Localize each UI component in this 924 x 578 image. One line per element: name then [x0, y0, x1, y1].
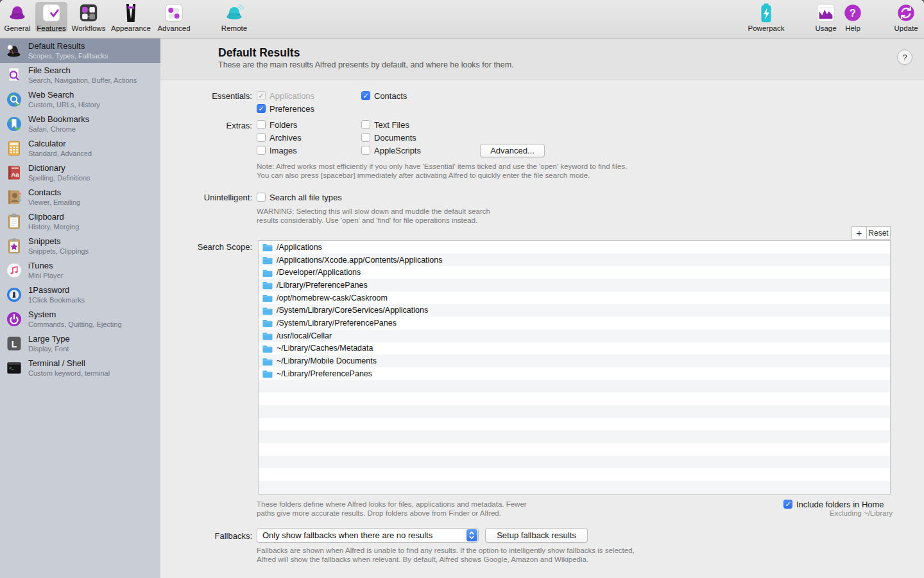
- checkbox-applescripts[interactable]: AppleScripts: [361, 145, 421, 155]
- scope-folder-row[interactable]: /System/Library/CoreServices/Application…: [259, 304, 890, 317]
- checkbox-images[interactable]: Images: [257, 145, 297, 155]
- tuxedo-icon: [120, 2, 142, 24]
- scope-folder-path: /Applications/Xcode.app/Contents/Applica…: [277, 256, 443, 265]
- sidebar-item-clipboard[interactable]: ClipboardHistory, Merging: [0, 209, 160, 234]
- features-checkbox-icon: [40, 2, 62, 24]
- toolbar-item-powerpack[interactable]: Powerpack: [743, 2, 789, 32]
- toolbar-item-features[interactable]: Features: [35, 2, 67, 32]
- search-scope-list[interactable]: /Applications/Applications/Xcode.app/Con…: [258, 240, 891, 495]
- scope-folder-path: ~/Library/Caches/Metadata: [277, 344, 373, 353]
- scope-empty-row: [259, 380, 890, 393]
- sidebar-item-large-type[interactable]: LLarge TypeDisplay, Font: [0, 331, 160, 356]
- scope-empty-row: [259, 405, 890, 418]
- checkbox-contacts[interactable]: Contacts: [361, 91, 407, 101]
- sidebar-item-title: System: [28, 310, 122, 320]
- checkbox-text-files[interactable]: Text Files: [361, 119, 409, 130]
- scope-empty-row: [259, 418, 890, 431]
- checkbox-archives[interactable]: Archives: [257, 132, 302, 143]
- scope-folder-row[interactable]: ~/Library/Mobile Documents: [259, 355, 890, 367]
- itunes-icon: [5, 262, 22, 279]
- checkbox-search-all-file-types[interactable]: Search all file types: [257, 192, 342, 202]
- toggles-icon: [163, 2, 185, 24]
- web-search-icon: [5, 91, 22, 109]
- sidebar-item-file-search[interactable]: File SearchSearch, Navigation, Buffer, A…: [0, 63, 160, 87]
- sidebar-item-system[interactable]: SystemCommands, Quitting, Ejecting: [0, 307, 160, 331]
- checkbox-include-folders-in-home[interactable]: Include folders in Home: [783, 499, 884, 509]
- toolbar-item-usage[interactable]: Usage: [810, 2, 842, 32]
- svg-text:L: L: [11, 339, 17, 349]
- sidebar-item-1password[interactable]: 1Password1Click Bookmarks: [0, 283, 160, 307]
- alfred-hat-icon: [5, 42, 22, 60]
- checkbox-applications[interactable]: Applications: [257, 91, 314, 101]
- scope-folder-path: ~/Library/Mobile Documents: [277, 356, 377, 365]
- sidebar-item-subtitle: Mini Player: [28, 272, 63, 280]
- warning-line2: results considerably. Use 'open' and 'fi…: [257, 216, 477, 225]
- checkbox-preferences[interactable]: Preferences: [257, 103, 314, 114]
- page-subtitle: These are the main results Alfred presen…: [218, 60, 514, 69]
- usage-chart-icon: [815, 2, 837, 24]
- sidebar-item-subtitle: Scopes, Types, Fallbacks: [28, 52, 108, 60]
- toolbar-item-label: Appearance: [111, 24, 151, 32]
- fallbacks-dropdown[interactable]: Only show fallbacks when there are no re…: [257, 528, 479, 543]
- sidebar-item-terminal-shell[interactable]: >_Terminal / ShellCustom keyword, termin…: [0, 356, 160, 380]
- scope-folder-row[interactable]: /Developer/Applications: [259, 266, 890, 279]
- scope-folder-row[interactable]: /Applications: [259, 241, 890, 254]
- fallbacks-description-line1: Fallbacks are shown when Alfred is unabl…: [257, 546, 635, 556]
- sidebar-item-web-search[interactable]: Web SearchCustom, URLs, History: [0, 87, 160, 112]
- checkbox-label: Contacts: [374, 91, 407, 101]
- sidebar-item-calculator[interactable]: CalculatorStandard, Advanced: [0, 136, 160, 161]
- sidebar-item-subtitle: Snippets, Clippings: [28, 247, 89, 256]
- scope-folder-row[interactable]: /usr/local/Cellar: [259, 329, 890, 342]
- toolbar-item-label: General: [4, 24, 31, 32]
- sidebar-item-default-results[interactable]: Default ResultsScopes, Types, Fallbacks: [0, 39, 160, 63]
- scope-folder-row[interactable]: ~/Library/PreferencePanes: [259, 367, 890, 380]
- reset-scope-button[interactable]: Reset: [866, 226, 891, 240]
- scope-folder-path: /usr/local/Cellar: [277, 331, 332, 340]
- scope-folder-row[interactable]: ~/Library/Caches/Metadata: [259, 342, 890, 355]
- checkbox-label: Preferences: [270, 104, 314, 114]
- sidebar-item-dictionary[interactable]: AaDictionarySpelling, Definitions: [0, 161, 160, 185]
- sidebar-item-snippets[interactable]: SnippetsSnippets, Clippings: [0, 234, 160, 258]
- scope-folder-path: /Library/PreferencePanes: [277, 281, 368, 290]
- sidebar-item-subtitle: History, Merging: [28, 223, 79, 231]
- scope-folder-row[interactable]: /System/Library/PreferencePanes: [259, 317, 890, 329]
- setup-fallback-results-button[interactable]: Setup fallback results: [485, 528, 588, 543]
- remote-hat-icon: [223, 2, 245, 24]
- toolbar-item-advanced[interactable]: Advanced: [154, 2, 194, 32]
- sidebar-item-title: Default Results: [28, 42, 108, 51]
- sidebar-item-web-bookmarks[interactable]: Web BookmarksSafari, Chrome: [0, 112, 160, 136]
- checkbox-documents[interactable]: Documents: [361, 132, 416, 143]
- checkbox-label: Images: [270, 146, 297, 155]
- scope-empty-row: [259, 456, 890, 469]
- alfred-preferences-window: GeneralFeaturesWorkflowsAppearanceAdvanc…: [0, 0, 924, 578]
- features-sidebar: Default ResultsScopes, Types, FallbacksF…: [0, 39, 160, 578]
- scope-folder-row[interactable]: /Library/PreferencePanes: [259, 279, 890, 292]
- scope-empty-row: [259, 468, 890, 481]
- scope-empty-row: [259, 392, 890, 405]
- toolbar-item-help[interactable]: ?Help: [839, 2, 866, 32]
- svg-text:>_: >_: [9, 366, 14, 371]
- checkbox-box: [361, 91, 370, 100]
- sidebar-item-contacts[interactable]: ContactsViewer, Emailing: [0, 185, 160, 209]
- snippets-icon: [5, 238, 22, 255]
- advanced-button[interactable]: Advanced...: [480, 144, 545, 157]
- toolbar-item-general[interactable]: General: [1, 2, 33, 32]
- sidebar-item-subtitle: Standard, Advanced: [28, 150, 92, 158]
- checkbox-folders[interactable]: Folders: [257, 119, 297, 130]
- sidebar-item-title: Snippets: [28, 237, 89, 247]
- toolbar-item-update[interactable]: Update: [889, 2, 923, 32]
- toolbar-item-appearance[interactable]: Appearance: [108, 2, 154, 32]
- scope-folder-row[interactable]: /opt/homebrew-cask/Caskroom: [259, 292, 890, 304]
- file-search-icon: [5, 67, 22, 84]
- toolbar-item-label: Update: [894, 24, 918, 32]
- checkbox-box: [361, 133, 370, 142]
- toolbar-item-remote[interactable]: Remote: [214, 2, 254, 32]
- sidebar-item-itunes[interactable]: iTunesMini Player: [0, 258, 160, 283]
- fallbacks-dropdown-value: Only show fallbacks when there are no re…: [257, 530, 466, 540]
- add-folder-button[interactable]: +: [851, 226, 867, 240]
- help-button[interactable]: ?: [897, 49, 912, 65]
- 1password-icon: [5, 286, 22, 304]
- toolbar-item-workflows[interactable]: Workflows: [69, 2, 108, 32]
- toolbar-item-label: Usage: [815, 24, 836, 32]
- scope-folder-row[interactable]: /Applications/Xcode.app/Contents/Applica…: [259, 254, 890, 267]
